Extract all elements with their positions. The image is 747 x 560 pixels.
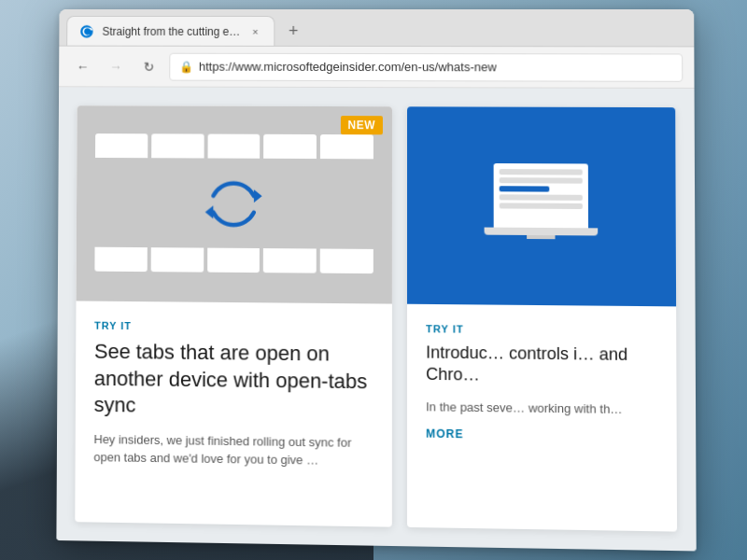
right-more-link[interactable]: MORE (426, 427, 657, 444)
tab-close-button[interactable]: × (248, 23, 263, 38)
try-it-label: TRY IT (94, 320, 374, 334)
tab-mini-b4 (263, 248, 317, 273)
forward-button[interactable]: → (103, 53, 129, 79)
card-image: NEW (77, 105, 392, 303)
right-article-heading: Introduc… controls i… and Chro… (426, 342, 657, 388)
laptop-line-4 (500, 194, 583, 201)
tab-mini-5 (320, 134, 374, 159)
right-article-card[interactable]: TRY IT Introduc… controls i… and Chro… I… (407, 106, 677, 531)
nav-bar: ← → ↻ 🔒 https://www.microsoftedgeinsider… (59, 47, 694, 89)
edge-logo-icon (78, 22, 95, 39)
tab-strip-bottom (94, 247, 373, 275)
tab-title: Straight from the cutting edge (103, 24, 241, 37)
article-excerpt: Hey insiders, we just finished rolling o… (93, 430, 373, 470)
tab-strip-top (95, 133, 374, 161)
lock-icon: 🔒 (179, 60, 193, 73)
laptop-mockup (485, 163, 599, 249)
laptop-line-3 (500, 186, 549, 191)
right-card-body: TRY IT Introduc… controls i… and Chro… I… (407, 304, 677, 463)
svg-marker-0 (254, 189, 262, 203)
laptop-line-1 (500, 169, 583, 175)
right-article-excerpt: In the past seve… working with th… (426, 398, 657, 419)
card-body: TRY IT See tabs that are open on another… (75, 301, 391, 489)
tab-mini-4 (263, 134, 317, 159)
main-article-card[interactable]: NEW TRY IT See tabs that are open on ano… (75, 105, 392, 526)
article-heading: See tabs that are open on another device… (94, 339, 374, 423)
tab-mini-3 (207, 134, 260, 159)
tab-mini-b5 (320, 248, 374, 273)
new-badge: NEW (340, 116, 383, 134)
page-content: NEW TRY IT See tabs that are open on ano… (56, 87, 696, 551)
laptop-line-5 (500, 203, 583, 209)
refresh-button[interactable]: ↻ (136, 53, 162, 79)
tab-bar: Straight from the cutting edge × + (59, 9, 694, 47)
new-tab-button[interactable]: + (278, 16, 308, 46)
address-bar[interactable]: 🔒 https://www.microsoftedgeinsider.com/e… (169, 52, 683, 81)
tab-mini-b3 (207, 248, 261, 273)
svg-marker-1 (205, 205, 214, 218)
right-card-image (407, 106, 676, 306)
right-try-it-label: TRY IT (426, 323, 657, 337)
tab-mini-2 (151, 133, 204, 158)
laptop-stand (527, 235, 555, 239)
url-text: https://www.microsoftedgeinsider.com/en-… (199, 60, 497, 75)
laptop-line-2 (500, 177, 583, 184)
browser-window: Straight from the cutting edge × + ← → ↻… (56, 9, 696, 551)
tab-mini-b2 (150, 247, 203, 272)
sync-icon (201, 171, 266, 237)
tab-mini-1 (95, 133, 148, 158)
tab-mini-b1 (94, 247, 147, 272)
active-tab[interactable]: Straight from the cutting edge × (66, 16, 275, 46)
back-button[interactable]: ← (70, 53, 96, 79)
